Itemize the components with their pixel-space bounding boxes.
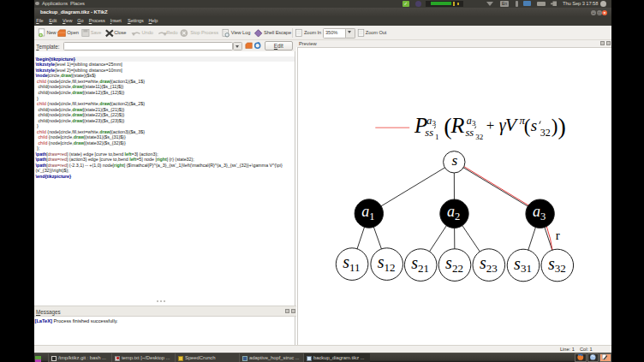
svg-text:a: a bbox=[467, 115, 472, 127]
svg-text:R: R bbox=[450, 113, 465, 138]
svg-text:12: 12 bbox=[385, 261, 396, 274]
svg-text:s: s bbox=[452, 151, 458, 169]
svg-text:V: V bbox=[505, 114, 519, 135]
svg-text:21: 21 bbox=[418, 262, 429, 275]
svg-text:s: s bbox=[514, 254, 521, 273]
svg-text:a: a bbox=[447, 203, 455, 220]
svg-text:s: s bbox=[378, 252, 385, 271]
svg-text:): ) bbox=[558, 113, 566, 139]
svg-text:3: 3 bbox=[540, 211, 546, 223]
svg-text:ss: ss bbox=[425, 127, 433, 139]
svg-text:a: a bbox=[533, 203, 540, 220]
svg-text:22: 22 bbox=[452, 262, 463, 275]
svg-text:): ) bbox=[552, 116, 558, 137]
svg-text:32: 32 bbox=[555, 262, 566, 275]
svg-text:a: a bbox=[361, 203, 369, 220]
svg-text:+: + bbox=[486, 117, 495, 134]
svg-text:1: 1 bbox=[435, 133, 438, 141]
svg-text:31: 31 bbox=[521, 262, 532, 275]
svg-text:2: 2 bbox=[455, 211, 460, 223]
svg-text:s: s bbox=[531, 116, 537, 134]
svg-text:s: s bbox=[445, 253, 452, 272]
svg-text:s: s bbox=[548, 254, 555, 273]
svg-text:1: 1 bbox=[369, 211, 374, 223]
svg-text:23: 23 bbox=[486, 262, 498, 275]
svg-text:32: 32 bbox=[540, 127, 551, 139]
svg-text:ss: ss bbox=[466, 127, 474, 139]
svg-text:s: s bbox=[343, 252, 349, 271]
svg-text:s: s bbox=[411, 253, 418, 272]
svg-text:11: 11 bbox=[349, 261, 361, 274]
svg-text:s: s bbox=[480, 253, 486, 272]
svg-text:r: r bbox=[556, 228, 560, 242]
svg-text:a: a bbox=[426, 115, 432, 127]
svg-text:32: 32 bbox=[475, 133, 483, 141]
svg-text:(: ( bbox=[524, 116, 531, 137]
